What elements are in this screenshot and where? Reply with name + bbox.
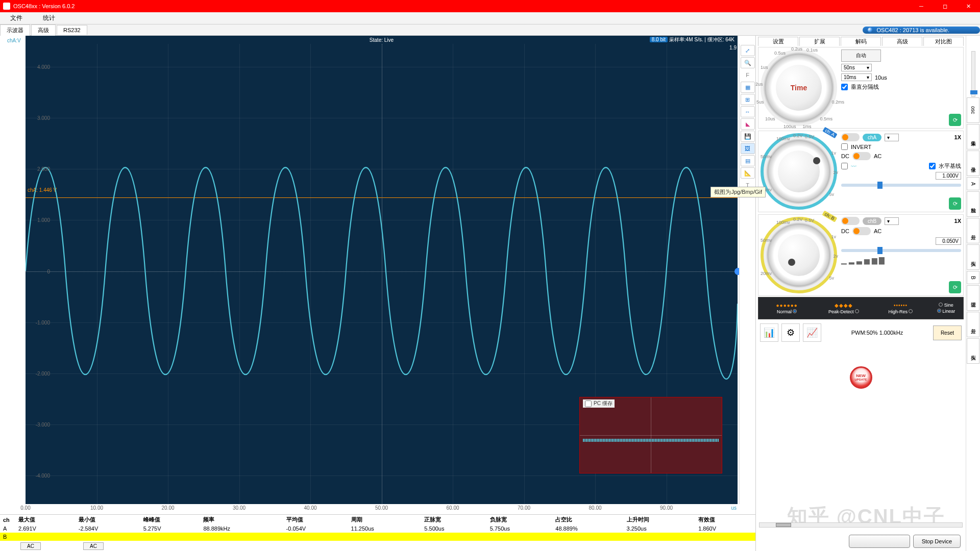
close-button[interactable]: ✕ — [957, 0, 980, 12]
ac-button-a[interactable]: AC — [20, 542, 41, 550]
grid-coarse-button[interactable]: ⊞ — [741, 94, 755, 105]
vtab-record[interactable]: 录像 — [967, 151, 979, 176]
cha-refresh-button[interactable]: ⟳ — [949, 197, 961, 210]
mode-sine-linear[interactable]: Sine Linear — [929, 303, 963, 314]
chart-icon[interactable]: 📈 — [803, 323, 821, 342]
rtab-extend[interactable]: 扩展 — [799, 37, 840, 46]
zoom-fit-button[interactable]: ⤢ — [741, 45, 755, 56]
device-status-text: OSC482 : 20713 is available. — [877, 27, 949, 33]
vtab-diff[interactable]: 差分 — [967, 218, 979, 243]
bars-icon[interactable]: 📊 — [760, 323, 778, 342]
bit-depth-badge: 8.0 bit — [650, 37, 668, 42]
pc-cache-checkbox[interactable] — [585, 400, 592, 407]
measurement-table: ch 最大值最小值峰峰值 频率平均值周期 正脉宽负脉宽占空比 上升时间有效值 A… — [0, 514, 755, 551]
pc-cache-preview[interactable]: PC 缓存 — [579, 397, 722, 473]
scope-side-toolbar: ⤢ 🔍 F ▦ ⊞ ↔ ◣ 💾 🖼 ▤ 📐 T — [739, 44, 755, 504]
device-status-pill: OSC482 : 20713 is available. — [863, 27, 980, 34]
time-knob[interactable]: Time 0.1us 0.2us 0.5us 1us 2us 5us 10us … — [761, 49, 837, 126]
vert-div-checkbox[interactable] — [841, 84, 848, 90]
vtab-logic[interactable]: 逻辑 — [967, 285, 979, 311]
vtab-trig[interactable]: 触发 — [967, 191, 979, 217]
save-button[interactable]: 💾 — [741, 131, 755, 142]
cha-dcac-toggle[interactable] — [852, 152, 871, 160]
tab-rs232[interactable]: RS232 — [57, 25, 87, 35]
gear-icon[interactable]: ⚙ — [781, 323, 800, 342]
app-icon — [3, 3, 10, 10]
timebase-section: Time 0.1us 0.2us 0.5us 1us 2us 5us 10us … — [758, 47, 964, 129]
cha-invert-checkbox[interactable] — [841, 143, 848, 150]
zoom-tool-button[interactable]: 🔍 — [741, 57, 755, 68]
vtab-diff2[interactable]: 差分 — [967, 312, 979, 337]
scope-area: chA:V State: Live 8.0 bit 采样率:4M S/s. | … — [0, 36, 755, 514]
pwm-section: 📊 ⚙ 📈 PWM:50% 1.000kHz Reset — [758, 321, 964, 344]
cha-baseline-value[interactable]: 1.000V — [936, 172, 961, 180]
vtab-osc[interactable]: osc — [967, 97, 979, 123]
chb-enable-toggle[interactable] — [841, 217, 860, 225]
stop-device-button[interactable]: Stop Device — [913, 535, 961, 548]
cha-knob[interactable]: ch: A 0.2V 100mv 50mv 20mv 0.5V 1v 2v 5v — [761, 133, 837, 210]
vtab-capture[interactable]: 采集卡 — [967, 124, 979, 149]
chb-badge: chB — [863, 217, 881, 225]
measure-row-a: A2.691V-2.584V 5.275V88.889kHz-0.054V 11… — [0, 524, 755, 533]
mode-normal[interactable]: ●●●●●●Normal — [758, 303, 815, 314]
chb-knob[interactable]: ch: B 0.2V 100mv 50mv 20mv 0.5V 1v 2v 5v — [761, 217, 837, 293]
minimize-button[interactable]: ─ — [910, 0, 933, 12]
wave-icon: 〰 — [851, 163, 856, 169]
chb-coupling-select[interactable]: ▾ — [885, 217, 899, 225]
scope-header: State: Live 8.0 bit 采样率:4M S/s. | 缓冲区: 6… — [26, 36, 738, 44]
auto-button[interactable]: 自动 — [841, 49, 881, 62]
chb-section: ch: B 0.2V 100mv 50mv 20mv 0.5V 1v 2v 5v… — [758, 214, 964, 296]
vtab-probe2[interactable]: 探头 — [967, 338, 979, 364]
maximize-button[interactable]: ◻ — [933, 0, 957, 12]
time-unit-select[interactable]: 10ms▾ — [841, 73, 872, 81]
tab-oscilloscope[interactable]: 示波器 — [0, 24, 30, 36]
status-dot-icon — [868, 28, 873, 33]
cha-section: ch: A 0.2V 100mv 50mv 20mv 0.5V 1v 2v 5v… — [758, 131, 964, 212]
subtab-bar: 示波器 高级 RS232 OSC482 : 20713 is available… — [0, 24, 980, 36]
tab-advanced[interactable]: 高级 — [31, 24, 56, 36]
cha-wave-icon-checkbox[interactable] — [841, 163, 848, 169]
rtab-decode[interactable]: 解码 — [841, 37, 881, 46]
screenshot-tooltip: 截图为Jpg/Bmp/Gif — [710, 187, 766, 197]
grid-mode-button[interactable]: ▤ — [741, 155, 755, 166]
hspan-button[interactable]: ↔ — [741, 106, 755, 117]
ruler-button[interactable]: 📐 — [741, 167, 755, 179]
footer-blank-button[interactable] — [849, 535, 910, 548]
vtab-probe[interactable]: 探头 — [967, 244, 979, 270]
rtab-compare[interactable]: 对比图 — [923, 37, 964, 46]
time-refresh-button[interactable]: ⟳ — [949, 114, 961, 126]
new-update-badge[interactable]: NEWUPDATE — [850, 366, 872, 389]
sample-info: 采样率:4M S/s. | 缓冲区: 64K — [669, 37, 734, 42]
vtab-b[interactable]: B — [967, 271, 979, 284]
pwm-label: PWM:50% 1.000kHz — [824, 330, 930, 336]
mode-peak[interactable]: ◆◆◆◆Peak-Detect — [815, 303, 872, 314]
grid-fine-button[interactable]: ▦ — [741, 82, 755, 93]
menu-stats[interactable]: 统计 — [33, 14, 65, 22]
cha-baseline-checkbox[interactable] — [929, 163, 936, 169]
menu-file[interactable]: 文件 — [0, 14, 33, 22]
cha-coupling-select[interactable]: ▾ — [885, 134, 899, 141]
control-panel: 设置 扩展 解码 高级 对比图 Time 0.1us 0.2us 0.5us 1… — [755, 36, 980, 551]
scope-canvas[interactable]: chA: 1.446 V 1.9 4.0003.000 2.0001.000 0… — [26, 44, 738, 504]
cha-badge: chA — [863, 134, 881, 141]
menubar: 文件 统计 — [0, 12, 980, 24]
cha-enable-toggle[interactable] — [841, 133, 860, 141]
vertical-slider[interactable] — [971, 51, 975, 97]
screenshot-button[interactable]: 🖼 — [741, 143, 755, 154]
timebase-select[interactable]: 50ns▾ — [841, 64, 872, 71]
vtab-a[interactable]: A — [967, 177, 979, 190]
rtab-settings[interactable]: 设置 — [758, 37, 798, 46]
fft-button[interactable]: ◣ — [741, 118, 755, 130]
chb-offset-slider[interactable] — [841, 249, 961, 252]
reset-button[interactable]: Reset — [933, 325, 962, 340]
cha-offset-slider[interactable] — [841, 184, 961, 187]
bottom-scrollbar[interactable] — [759, 522, 963, 528]
chb-dcac-toggle[interactable] — [852, 227, 871, 235]
chb-refresh-button[interactable]: ⟳ — [949, 281, 961, 293]
ac-button-b[interactable]: AC — [83, 542, 104, 550]
window-titlebar: OSC48xx : Version 6.0.2 ─ ◻ ✕ — [0, 0, 980, 12]
window-title: OSC48xx : Version 6.0.2 — [13, 3, 75, 9]
rtab-advanced[interactable]: 高级 — [882, 37, 922, 46]
chb-baseline-value[interactable]: 0.050V — [936, 237, 961, 245]
mode-highres[interactable]: ••••••High-Res — [872, 303, 929, 314]
